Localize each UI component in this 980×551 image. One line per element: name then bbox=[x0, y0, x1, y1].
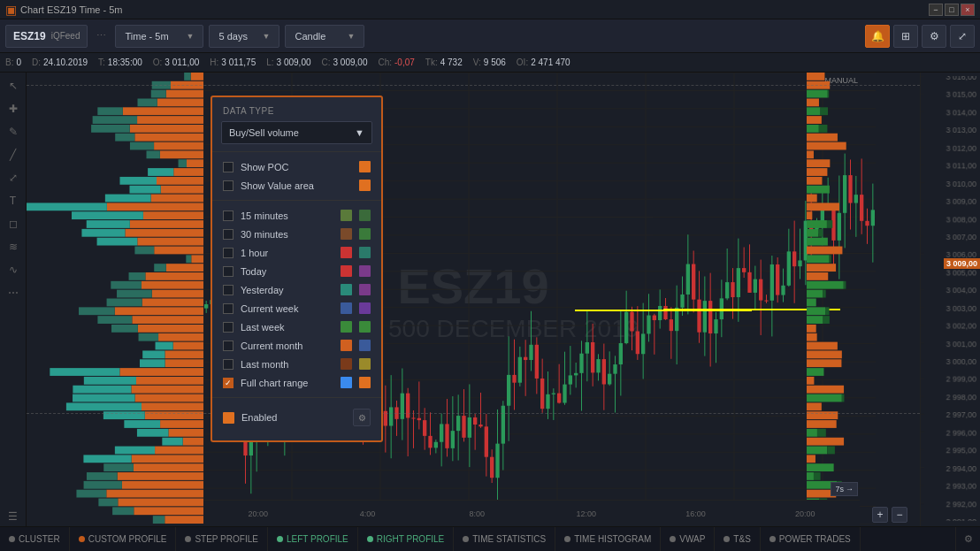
enabled-swatch[interactable] bbox=[223, 412, 234, 424]
bottom-ts[interactable]: T&S bbox=[715, 527, 760, 551]
swatch-30min-2[interactable] bbox=[359, 228, 371, 240]
sidebar-fib[interactable]: ≋ bbox=[4, 237, 23, 256]
row-show-value-area[interactable]: Show Value area bbox=[212, 176, 381, 195]
swatch-today-2[interactable] bbox=[359, 265, 371, 277]
swatch-30min-1[interactable] bbox=[341, 228, 352, 240]
checkbox-current-week[interactable] bbox=[223, 303, 234, 314]
bottom-time-histogram[interactable]: TIME HISTOGRAM bbox=[555, 527, 661, 551]
sidebar-more[interactable]: ⋯ bbox=[4, 283, 23, 302]
sidebar-shapes[interactable]: ◻ bbox=[4, 214, 23, 233]
sidebar-crosshair[interactable]: ✚ bbox=[4, 99, 23, 119]
swatch-current-month-2[interactable] bbox=[359, 340, 371, 351]
sidebar-pointer[interactable]: ↖ bbox=[4, 76, 23, 96]
chart-type-arrow: ▼ bbox=[348, 32, 356, 41]
checkbox-yesterday[interactable] bbox=[223, 285, 234, 295]
swatch-yesterday-2[interactable] bbox=[359, 284, 371, 295]
bottom-right-profile[interactable]: RIGHT PROFILE bbox=[358, 527, 455, 551]
time-indicator[interactable]: 7s → bbox=[831, 482, 858, 496]
sidebar-measure[interactable]: ⤢ bbox=[4, 168, 23, 187]
swatch-15min-2[interactable] bbox=[359, 210, 371, 221]
sidebar-bottom-icon[interactable]: ☰ bbox=[4, 507, 23, 526]
bottom-power-trades[interactable]: POWER TRADES bbox=[761, 527, 861, 551]
swatch-value-area[interactable] bbox=[359, 180, 371, 191]
bottom-vwap[interactable]: VWAP bbox=[661, 527, 715, 551]
alerts-btn[interactable]: 🔔 bbox=[865, 25, 890, 48]
minimize-btn[interactable]: − bbox=[929, 4, 943, 16]
layout-btn[interactable]: ⊞ bbox=[893, 25, 918, 48]
label-time-histogram: TIME HISTOGRAM bbox=[574, 534, 651, 544]
symbol-menu-btn[interactable]: ⋯ bbox=[93, 30, 110, 42]
close-btn[interactable]: × bbox=[961, 4, 975, 16]
row-full-chart-range[interactable]: ✓ Full chart range bbox=[212, 373, 381, 392]
swatch-1hour-2[interactable] bbox=[359, 247, 371, 258]
swatch-yesterday-1[interactable] bbox=[341, 284, 352, 295]
checkbox-15min[interactable] bbox=[223, 210, 234, 221]
swatch-current-week-1[interactable] bbox=[341, 302, 352, 314]
row-current-month[interactable]: Current month bbox=[212, 336, 381, 355]
sidebar-indicators[interactable]: ∿ bbox=[4, 260, 23, 279]
row-yesterday[interactable]: Yesterday bbox=[212, 280, 381, 299]
bottom-left-profile[interactable]: LEFT PROFILE bbox=[268, 527, 358, 551]
dot-step-profile bbox=[185, 536, 191, 542]
time-label-3: 8:00 bbox=[422, 509, 532, 518]
data-panel: Data type Buy/Sell volume ▼ Show POC Sho… bbox=[211, 96, 383, 442]
checkbox-today[interactable] bbox=[223, 266, 234, 277]
chart-type-dropdown[interactable]: Candle ▼ bbox=[285, 25, 364, 48]
row-30min[interactable]: 30 minutes bbox=[212, 225, 381, 243]
dot-left-profile bbox=[277, 536, 283, 542]
checkbox-last-week[interactable] bbox=[223, 322, 234, 333]
fullscreen-btn[interactable]: ⤢ bbox=[950, 25, 975, 48]
swatch-today-1[interactable] bbox=[341, 265, 352, 277]
sidebar-line[interactable]: ╱ bbox=[4, 145, 23, 165]
sidebar-draw[interactable]: ✎ bbox=[4, 122, 23, 142]
range-dropdown[interactable]: 5 days ▼ bbox=[209, 25, 279, 48]
bottom-custom-profile[interactable]: CUSTOM PROFILE bbox=[70, 527, 177, 551]
bottom-gear-btn[interactable]: ⚙ bbox=[955, 527, 980, 552]
data-type-select[interactable]: Buy/Sell volume ▼ bbox=[221, 121, 372, 144]
swatch-1hour-1[interactable] bbox=[341, 247, 352, 258]
chart-area[interactable]: ESZ19 E-S&P 500 DECEMBER 2019 MANUAL 20:… bbox=[27, 73, 920, 526]
right-volume-profile-canvas bbox=[807, 73, 860, 524]
restore-btn[interactable]: □ bbox=[945, 4, 959, 16]
swatch-full-range-2[interactable] bbox=[359, 377, 371, 388]
bottom-time-statistics[interactable]: TIME STATISTICS bbox=[454, 527, 555, 551]
checkbox-last-month[interactable] bbox=[223, 359, 234, 370]
swatch-full-range-1[interactable] bbox=[341, 377, 352, 388]
row-1hour[interactable]: 1 hour bbox=[212, 243, 381, 262]
bottom-step-profile[interactable]: STEP PROFILE bbox=[176, 527, 268, 551]
label-show-poc: Show POC bbox=[241, 162, 352, 172]
swatch-last-month-2[interactable] bbox=[359, 358, 371, 370]
sidebar-text[interactable]: T bbox=[4, 191, 23, 210]
checkbox-30min[interactable] bbox=[223, 229, 234, 240]
checkbox-show-poc[interactable] bbox=[223, 162, 234, 172]
label-right-profile: RIGHT PROFILE bbox=[377, 534, 445, 544]
row-15min[interactable]: 15 minutes bbox=[212, 206, 381, 225]
bottom-cluster[interactable]: CLUSTER bbox=[0, 527, 70, 551]
row-show-poc[interactable]: Show POC bbox=[212, 157, 381, 176]
label-left-profile: LEFT PROFILE bbox=[287, 534, 348, 544]
settings-btn[interactable]: ⚙ bbox=[922, 25, 946, 48]
upper-dashed-line bbox=[27, 85, 920, 86]
checkbox-show-value-area[interactable] bbox=[223, 180, 234, 191]
swatch-last-week-1[interactable] bbox=[341, 321, 352, 333]
row-last-month[interactable]: Last month bbox=[212, 355, 381, 373]
checkbox-full-chart-range[interactable]: ✓ bbox=[223, 378, 234, 388]
label-last-month: Last month bbox=[241, 359, 333, 370]
checkbox-current-month[interactable] bbox=[223, 341, 234, 351]
row-last-week[interactable]: Last week bbox=[212, 318, 381, 336]
checkbox-1hour[interactable] bbox=[223, 248, 234, 258]
zoom-out-btn[interactable]: − bbox=[892, 507, 907, 523]
enabled-settings-btn[interactable]: ⚙ bbox=[353, 409, 371, 426]
label-15min: 15 minutes bbox=[241, 210, 333, 221]
zoom-in-btn[interactable]: + bbox=[872, 507, 888, 523]
symbol-box[interactable]: ESZ19 iQFeed bbox=[5, 25, 88, 48]
row-current-week[interactable]: Current week bbox=[212, 299, 381, 318]
swatch-current-month-1[interactable] bbox=[341, 340, 352, 351]
swatch-15min-1[interactable] bbox=[341, 210, 352, 221]
swatch-poc[interactable] bbox=[359, 161, 371, 172]
swatch-last-month-1[interactable] bbox=[341, 358, 352, 370]
swatch-current-week-2[interactable] bbox=[359, 302, 371, 314]
timeframe-dropdown[interactable]: Time - 5m ▼ bbox=[115, 25, 203, 48]
swatch-last-week-2[interactable] bbox=[359, 321, 371, 333]
row-today[interactable]: Today bbox=[212, 262, 381, 280]
